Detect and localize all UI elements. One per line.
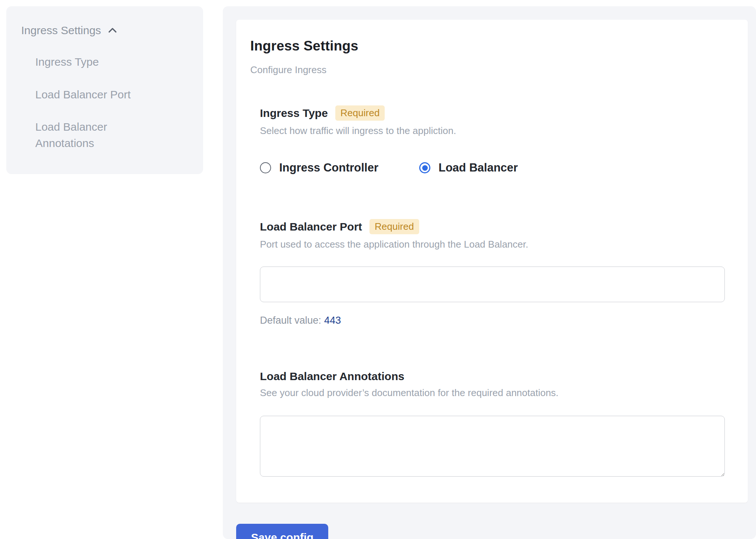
sidebar-section-label: Ingress Settings xyxy=(21,24,101,37)
chevron-up-icon[interactable] xyxy=(107,25,118,36)
required-badge: Required xyxy=(369,219,419,234)
page-title: Ingress Settings xyxy=(250,38,726,54)
lb-annotations-description: See your cloud provider’s documentation … xyxy=(260,387,726,399)
section-load-balancer-port: Load Balancer Port Required Port used to… xyxy=(260,219,726,326)
default-value: 443 xyxy=(324,315,341,326)
radio-ingress-controller-label: Ingress Controller xyxy=(279,161,378,174)
page-subtitle: Configure Ingress xyxy=(250,64,726,76)
lb-annotations-heading-row: Load Balancer Annotations xyxy=(260,370,726,383)
radio-option-load-balancer[interactable]: Load Balancer xyxy=(419,161,518,174)
radio-option-ingress-controller[interactable]: Ingress Controller xyxy=(260,161,378,174)
lb-port-heading-row: Load Balancer Port Required xyxy=(260,219,726,234)
ingress-settings-card: Ingress Settings Configure Ingress Ingre… xyxy=(236,20,748,503)
settings-sidebar: Ingress Settings Ingress Type Load Balan… xyxy=(6,6,203,174)
lb-annotations-heading: Load Balancer Annotations xyxy=(260,370,404,383)
lb-port-input[interactable] xyxy=(260,267,725,302)
ingress-type-heading: Ingress Type xyxy=(260,107,328,120)
radio-load-balancer[interactable] xyxy=(419,162,430,173)
sidebar-item-ingress-type[interactable]: Ingress Type xyxy=(35,54,154,70)
ingress-type-options: Ingress Controller Load Balancer xyxy=(260,161,726,174)
section-load-balancer-annotations: Load Balancer Annotations See your cloud… xyxy=(260,370,726,477)
sidebar-item-load-balancer-annotations[interactable]: Load Balancer Annotations xyxy=(35,119,154,151)
form-sections: Ingress Type Required Select how traffic… xyxy=(250,105,726,477)
lb-port-default-row: Default value:443 xyxy=(260,315,726,326)
radio-load-balancer-label: Load Balancer xyxy=(439,161,518,174)
sidebar-items: Ingress Type Load Balancer Port Load Bal… xyxy=(35,54,188,151)
default-value-label: Default value: xyxy=(260,315,321,326)
main-panel: Ingress Settings Configure Ingress Ingre… xyxy=(223,6,756,539)
save-row: Save config xyxy=(236,524,748,539)
ingress-type-description: Select how traffic will ingress to the a… xyxy=(260,125,726,137)
sidebar-item-load-balancer-port[interactable]: Load Balancer Port xyxy=(35,86,154,103)
radio-ingress-controller[interactable] xyxy=(260,162,271,173)
lb-port-description: Port used to access the application thro… xyxy=(260,239,726,250)
lb-annotations-textarea[interactable] xyxy=(260,416,725,477)
screen: Ingress Settings Ingress Type Load Balan… xyxy=(0,0,756,539)
save-config-button[interactable]: Save config xyxy=(236,524,328,539)
required-badge: Required xyxy=(335,105,385,121)
sidebar-section-ingress-settings[interactable]: Ingress Settings xyxy=(21,24,188,37)
lb-port-heading: Load Balancer Port xyxy=(260,220,362,233)
ingress-type-heading-row: Ingress Type Required xyxy=(260,105,726,121)
section-ingress-type: Ingress Type Required Select how traffic… xyxy=(260,105,726,174)
